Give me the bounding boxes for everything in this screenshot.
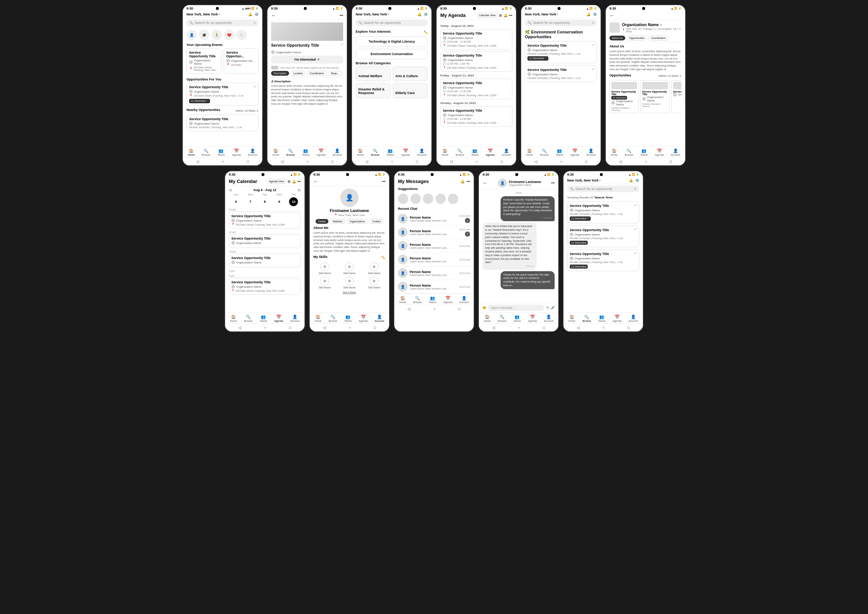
nav-account[interactable]: 👤Account bbox=[248, 149, 257, 156]
msg-item-5[interactable]: 👤 Person Name Lorem ipsum dolor sit amet… bbox=[394, 267, 474, 280]
nav-home[interactable]: 🏠Home bbox=[272, 149, 280, 156]
edit-icon[interactable]: ✏️ bbox=[424, 31, 428, 34]
nav-account[interactable]: 👤Account bbox=[544, 315, 553, 322]
back-button[interactable]: ← bbox=[271, 12, 276, 19]
cat-icon-health[interactable]: 🏃 bbox=[212, 30, 222, 40]
more-dots[interactable]: ••• bbox=[467, 180, 470, 183]
nav-agenda[interactable]: 📅Agenda bbox=[274, 315, 283, 322]
nav-account[interactable]: 👤Account bbox=[459, 296, 468, 304]
agenda-event-1[interactable]: Service Opportunity Title Organization N… bbox=[440, 29, 512, 50]
agenda-view-btn[interactable]: Agenda View bbox=[267, 179, 286, 184]
nav-teams[interactable]: 👥Teams bbox=[217, 149, 225, 156]
back-btn[interactable]: ◁ bbox=[408, 307, 411, 311]
recent-btn[interactable]: □ bbox=[670, 160, 672, 163]
cal-event-4[interactable]: Service Opportunity Title Organization N… bbox=[229, 278, 301, 295]
tab-opportunities[interactable]: Opportunities bbox=[627, 36, 647, 40]
nav-teams[interactable]: 👥Teams bbox=[598, 315, 606, 322]
search-result-2[interactable]: Service Opportunity Title Organization N… bbox=[567, 226, 639, 247]
nav-browse[interactable]: 🔍Browse bbox=[328, 315, 337, 322]
nav-home[interactable]: 🏠Home bbox=[400, 296, 406, 304]
nav-account[interactable]: 👤Account bbox=[628, 315, 638, 322]
tab-description[interactable]: Description bbox=[271, 71, 289, 76]
home-btn[interactable]: ○ bbox=[560, 160, 562, 163]
nav-teams[interactable]: 👥Teams bbox=[387, 149, 394, 156]
cat-env[interactable]: Environment Conservation bbox=[356, 49, 428, 59]
nav-teams[interactable]: 👥Teams bbox=[513, 315, 521, 322]
cal-date-8[interactable]: 8 bbox=[260, 197, 269, 206]
home-btn[interactable]: ○ bbox=[222, 160, 224, 163]
nav-agenda[interactable]: 📅Agenda bbox=[486, 149, 495, 156]
cat-disaster[interactable]: Disaster Relief & Response bbox=[356, 84, 390, 98]
nav-home[interactable]: 🏠Home bbox=[569, 315, 576, 322]
upcoming-card-1[interactable]: Service Opportunity Title Organization N… bbox=[187, 48, 221, 74]
location-row[interactable]: New York, New York ▾ bbox=[525, 12, 558, 16]
suggestion-3[interactable] bbox=[423, 194, 433, 204]
home-btn[interactable]: ○ bbox=[518, 326, 520, 330]
cat-elderly[interactable]: Elderly Care bbox=[393, 84, 428, 98]
nav-teams[interactable]: 👥Teams bbox=[344, 315, 352, 322]
nav-agenda[interactable]: 📅Agenda bbox=[655, 149, 664, 156]
home-btn[interactable]: ○ bbox=[433, 307, 436, 311]
agenda-event-4[interactable]: Service Opportunity Title Organization N… bbox=[440, 106, 512, 127]
bell-icon[interactable]: 🔔 bbox=[629, 178, 633, 182]
nav-browse[interactable]: 🔍Browse bbox=[582, 315, 591, 322]
location-row[interactable]: New York, New York ▾ bbox=[567, 178, 600, 182]
back-btn[interactable]: ◁ bbox=[577, 326, 580, 330]
nav-agenda[interactable]: 📅Agenda bbox=[571, 149, 579, 156]
back-btn[interactable]: ◁ bbox=[619, 160, 622, 163]
nearby-card[interactable]: Service Opportunity Title Organization N… bbox=[187, 115, 258, 131]
cat-icon-food[interactable]: 🍴 bbox=[236, 30, 247, 40]
cal-date-10[interactable]: 10 bbox=[289, 197, 298, 206]
back-btn[interactable]: ◁ bbox=[365, 160, 368, 163]
heart-icon[interactable]: ♡ bbox=[341, 43, 343, 46]
msg-item-1[interactable]: 👤 Person Name Lorem ipsum dolor sit amet… bbox=[394, 212, 474, 226]
nav-browse[interactable]: 🔍Browse bbox=[455, 149, 464, 156]
nav-agenda[interactable]: 📅Agenda bbox=[528, 315, 537, 322]
chat-emoji-icon[interactable]: 😊 bbox=[482, 306, 486, 309]
nav-home[interactable]: 🏠Home bbox=[484, 315, 491, 322]
home-btn[interactable]: ○ bbox=[391, 160, 393, 163]
nav-home[interactable]: 🏠Home bbox=[442, 149, 449, 156]
chat-mic-icon[interactable]: 🎤 bbox=[551, 306, 555, 309]
back-btn[interactable]: ◁ bbox=[281, 160, 283, 163]
nav-browse[interactable]: 🔍Browse bbox=[413, 296, 422, 304]
nav-home[interactable]: 🏠Home bbox=[357, 149, 364, 156]
nav-home[interactable]: 🏠Home bbox=[188, 149, 195, 156]
opp-mini-1[interactable]: Service Opportunity Title 11 Interested … bbox=[610, 80, 639, 113]
within-label[interactable]: Within 15 Miles ∨ bbox=[659, 74, 681, 78]
recent-btn[interactable]: □ bbox=[247, 160, 249, 163]
nav-account[interactable]: 👤Account bbox=[586, 149, 596, 156]
bell-icon[interactable]: 🔔 bbox=[292, 180, 296, 183]
heart-icon[interactable]: ♡ bbox=[254, 85, 256, 88]
home-btn[interactable]: ○ bbox=[602, 326, 605, 330]
cat-tech[interactable]: Technology & Digital Literacy bbox=[356, 36, 428, 47]
nav-browse[interactable]: 🔍Browse bbox=[540, 149, 548, 156]
gear-icon[interactable]: ⚙️ bbox=[593, 12, 597, 16]
within-label[interactable]: Within 15 Miles ∨ bbox=[236, 109, 258, 112]
env-card-2[interactable]: Service Opportunity Title Organization N… bbox=[525, 65, 597, 82]
gear-icon[interactable]: ⚙️ bbox=[635, 178, 639, 182]
chat-attachment-icon[interactable]: 📎 bbox=[546, 306, 549, 309]
cal-event-1[interactable]: Service Opportunity Title Organization N… bbox=[229, 212, 301, 229]
back-button[interactable]: ← bbox=[610, 12, 614, 19]
home-btn[interactable]: ○ bbox=[645, 160, 647, 163]
cat-arts[interactable]: Arts & Culture bbox=[393, 67, 428, 81]
toggle[interactable] bbox=[271, 66, 278, 70]
recent-btn[interactable]: □ bbox=[627, 326, 630, 330]
search-bar[interactable]: 🔍 Search for an opportunity ≡ bbox=[567, 186, 639, 192]
cat-icon-people[interactable]: 👤 bbox=[187, 30, 197, 40]
cal-event-2[interactable]: Service Opportunity Title Organization N… bbox=[229, 234, 301, 248]
cat-animal[interactable]: Animal Welfare bbox=[356, 67, 390, 81]
filter-icon[interactable]: ≡ bbox=[254, 21, 256, 25]
nav-browse[interactable]: 🔍Browse bbox=[202, 149, 210, 156]
search-bar-home[interactable]: 🔍 Search for an opportunity ≡ bbox=[187, 20, 258, 26]
edit-icon[interactable]: ✏️ bbox=[381, 256, 386, 259]
cat-icon-edu[interactable]: 🎓 bbox=[199, 30, 209, 40]
opp-mini-2[interactable]: Service Opportunity Title Organization N… bbox=[640, 80, 670, 113]
recent-btn[interactable]: □ bbox=[331, 160, 334, 163]
more-dots[interactable]: ••• bbox=[340, 14, 343, 17]
back-btn[interactable]: ◁ bbox=[238, 326, 241, 330]
nav-teams[interactable]: 👥Teams bbox=[640, 149, 648, 156]
location-row[interactable]: New York, New York ▾ bbox=[187, 12, 220, 16]
heart-icon[interactable]: ♡ bbox=[592, 68, 594, 79]
